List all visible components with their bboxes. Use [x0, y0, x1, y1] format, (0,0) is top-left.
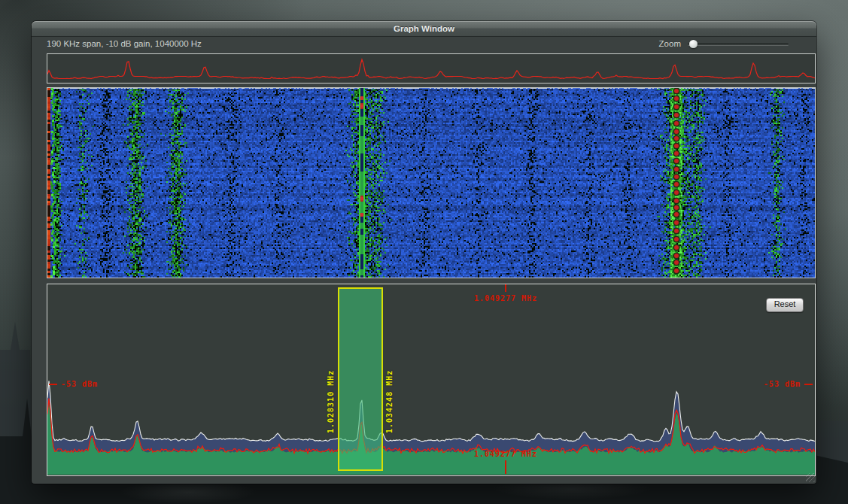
selection-region[interactable] [338, 287, 383, 471]
zoom-label: Zoom [659, 39, 681, 48]
zoom-slider-thumb[interactable] [689, 40, 698, 48]
zoom-slider[interactable] [688, 40, 789, 48]
right-dbm-label: -53 dBm [764, 380, 801, 388]
waterfall-spectrogram[interactable] [47, 88, 815, 278]
waterfall-panel [47, 87, 816, 278]
window-title: Graph Window [394, 24, 454, 33]
zoom-control: Zoom [659, 39, 789, 48]
overview-spectrum-panel [47, 53, 816, 83]
status-text: 190 KHz span, -10 dB gain, 1040000 Hz [47, 39, 202, 48]
overview-trace[interactable] [47, 54, 815, 83]
desktop-background: Graph Window 190 KHz span, -10 dB gain, … [0, 0, 848, 504]
selection-start-label: 1.028310 MHz [327, 370, 335, 433]
right-dbm-readout: -53 dBm [764, 380, 813, 388]
resize-grip[interactable] [806, 473, 815, 482]
graph-window: Graph Window 190 KHz span, -10 dB gain, … [32, 21, 816, 484]
selection-end-label: 1.034248 MHz [385, 370, 394, 433]
left-dbm-label: -53 dBm [61, 380, 98, 388]
marker-label-top: 1.049277 MHz [474, 294, 537, 302]
marker-tick-top [505, 284, 506, 292]
spectrum-plot[interactable] [47, 284, 815, 475]
left-dbm-tick [49, 384, 57, 385]
spectrum-panel: 1.028310 MHz 1.034248 MHz 1.049277 MHz 1… [47, 284, 816, 476]
zoom-slider-track[interactable] [688, 43, 789, 45]
window-titlebar[interactable]: Graph Window [32, 21, 816, 37]
marker-tick-bottom [505, 460, 506, 474]
left-dbm-readout: -53 dBm [49, 380, 98, 388]
right-dbm-tick [804, 384, 813, 385]
marker-label-bottom: 1.049277 MHz [474, 450, 537, 458]
reset-button[interactable]: Reset [766, 298, 804, 312]
